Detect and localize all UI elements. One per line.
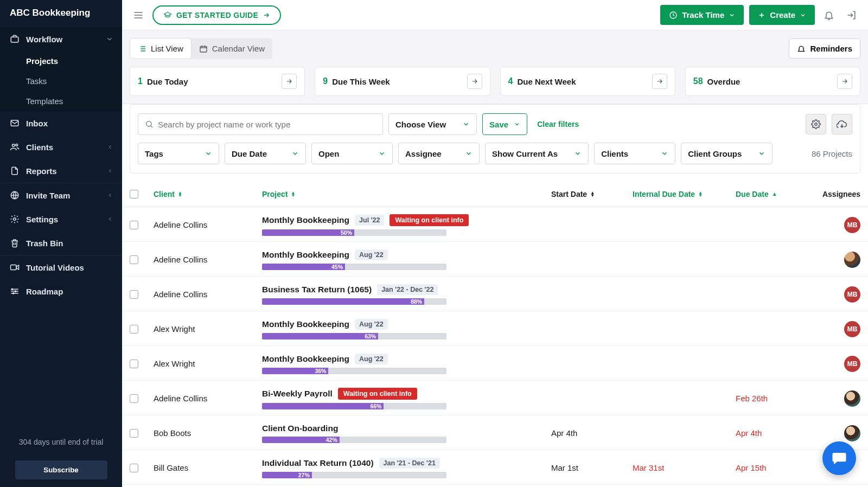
arrow-right-button[interactable]	[652, 74, 667, 89]
get-started-label: GET STARTED GUIDE	[176, 11, 258, 20]
row-checkbox[interactable]	[130, 221, 138, 229]
graduation-cap-icon	[163, 11, 172, 20]
globe-icon	[10, 190, 20, 200]
filter-show-current-as[interactable]: Show Current As	[485, 143, 589, 164]
filter-assignee[interactable]: Assignee	[398, 143, 480, 164]
row-checkbox[interactable]	[130, 255, 138, 264]
table-row[interactable]: Bill GatesIndividual Tax Return (1040)Ja…	[122, 450, 868, 485]
client-cell: Bill Gates	[154, 463, 262, 472]
row-checkbox[interactable]	[130, 325, 138, 334]
get-started-button[interactable]: GET STARTED GUIDE	[152, 5, 281, 25]
due-date-cell: Apr 4th	[736, 428, 817, 438]
chat-fab[interactable]	[822, 441, 856, 475]
arrow-right-button[interactable]	[837, 74, 852, 89]
stat-card-due-next-week[interactable]: 4Due Next Week	[500, 67, 675, 96]
table-row[interactable]: Alex WrightMonthly BookkeepingAug '2263%…	[122, 311, 868, 346]
chevron-down-icon	[205, 150, 212, 157]
avatar[interactable]: MB	[844, 356, 860, 372]
table-row[interactable]: Adeline CollinsBusiness Tax Return (1065…	[122, 277, 868, 311]
avatar[interactable]	[844, 425, 860, 441]
download-cloud-button[interactable]	[832, 114, 852, 134]
project-cell: Monthly BookkeepingAug '2236%	[262, 354, 551, 374]
sidebar-item-clients[interactable]: Clients	[0, 135, 122, 159]
sidebar-item-inbox[interactable]: Inbox	[0, 111, 122, 135]
row-checkbox[interactable]	[130, 360, 138, 368]
track-time-button[interactable]: Track Time	[660, 5, 744, 25]
save-view-button[interactable]: Save	[482, 113, 527, 135]
col-start[interactable]: Start Date▲▼	[551, 190, 633, 198]
project-cell: Monthly BookkeepingAug '2263%	[262, 319, 551, 339]
sidebar-item-label: Tutorial Videos	[26, 263, 84, 272]
filter-label: Open	[318, 149, 339, 158]
subscribe-button[interactable]: Subscribe	[15, 460, 107, 479]
search-box[interactable]	[138, 113, 383, 135]
col-internal-due[interactable]: Internal Due Date▲▼	[633, 190, 736, 198]
filter-tags[interactable]: Tags	[138, 143, 219, 164]
chevron-down-icon	[514, 121, 520, 127]
main: GET STARTED GUIDE Track Time Create	[122, 0, 868, 487]
sidebar-item-workflow[interactable]: Workflow	[0, 27, 122, 51]
row-checkbox[interactable]	[130, 464, 138, 472]
sidebar-item-label: Clients	[26, 143, 53, 152]
filter-due-date[interactable]: Due Date	[225, 143, 306, 164]
stat-card-due-this-week[interactable]: 9Due This Week	[315, 67, 490, 96]
sidebar-item-roadmap[interactable]: Roadmap	[0, 279, 122, 303]
table-row[interactable]: Alex WrightMonthly BookkeepingAug '2236%…	[122, 346, 868, 381]
stat-card-overdue[interactable]: 58Overdue	[685, 67, 860, 96]
choose-view-dropdown[interactable]: Choose View	[388, 113, 477, 135]
search-input[interactable]	[154, 116, 376, 133]
col-project[interactable]: Project▲▼	[262, 190, 551, 198]
avatar[interactable]: MB	[844, 217, 860, 233]
sidebar-subitem-tasks[interactable]: Tasks	[0, 71, 122, 91]
list-view-label: List View	[151, 44, 183, 53]
filter-clients[interactable]: Clients	[594, 143, 675, 164]
stat-card-due-today[interactable]: 1Due Today	[130, 67, 305, 96]
sidebar-item-trash-bin[interactable]: Trash Bin	[0, 231, 122, 255]
assignee-cell: MB	[817, 217, 860, 233]
track-time-label: Track Time	[682, 10, 724, 20]
table-row[interactable]: Adeline CollinsMonthly BookkeepingJul '2…	[122, 207, 868, 242]
sort-icon: ▲▼	[590, 191, 595, 197]
file-icon	[10, 166, 20, 176]
notifications-button[interactable]	[820, 7, 838, 24]
filter-open[interactable]: Open	[311, 143, 393, 164]
row-checkbox[interactable]	[130, 290, 138, 299]
arrow-right-button[interactable]	[282, 74, 297, 89]
stat-label: Due Today	[147, 77, 188, 86]
col-due[interactable]: Due Date▲	[736, 190, 817, 198]
row-checkbox[interactable]	[130, 394, 138, 403]
sidebar-item-invite-team[interactable]: Invite Team	[0, 183, 122, 207]
filter-label: Tags	[145, 149, 163, 158]
col-client[interactable]: Client▲▼	[154, 190, 262, 198]
col-assignees: Assignees	[817, 190, 860, 198]
sidebar-item-tutorial-videos[interactable]: Tutorial Videos	[0, 255, 122, 279]
avatar[interactable]: MB	[844, 321, 860, 337]
row-checkbox[interactable]	[130, 429, 138, 438]
sidebar-item-settings[interactable]: Settings	[0, 207, 122, 231]
trash-icon	[10, 238, 20, 248]
settings-filter-button[interactable]	[806, 114, 826, 134]
svg-point-5	[14, 218, 16, 221]
table-row[interactable]: Adeline CollinsMonthly BookkeepingAug '2…	[122, 242, 868, 277]
list-view-button[interactable]: List View	[130, 38, 192, 59]
arrow-right-button[interactable]	[467, 74, 482, 89]
avatar[interactable]	[844, 252, 860, 268]
sidebar-item-reports[interactable]: Reports	[0, 159, 122, 183]
menu-icon[interactable]	[130, 7, 147, 24]
progress-bar: 66%	[262, 403, 446, 409]
create-button[interactable]: Create	[749, 5, 815, 25]
avatar[interactable]	[844, 390, 860, 407]
calendar-view-button[interactable]: Calendar View	[192, 38, 272, 59]
avatar[interactable]: MB	[844, 286, 860, 303]
sidebar-subitem-projects[interactable]: Projects	[0, 51, 122, 71]
sidebar-subitem-templates[interactable]: Templates	[0, 91, 122, 111]
filter-client-groups[interactable]: Client Groups	[681, 143, 773, 164]
logout-button[interactable]	[843, 7, 860, 24]
select-all-checkbox[interactable]	[130, 190, 138, 198]
table-row[interactable]: Adeline CollinsBi-Weekly PayrollWaiting …	[122, 381, 868, 415]
clock-icon	[669, 11, 678, 20]
clear-filters-link[interactable]: Clear filters	[533, 120, 583, 129]
status-tag: Waiting on client info	[390, 214, 469, 226]
reminders-button[interactable]: Reminders	[789, 39, 860, 59]
table-row[interactable]: Bob BootsClient On-boarding42%Apr 4thApr…	[122, 415, 868, 450]
